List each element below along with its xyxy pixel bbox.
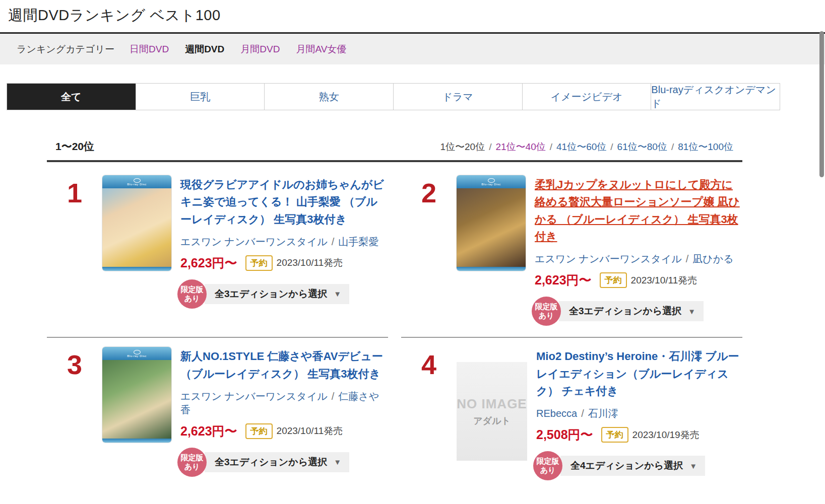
category-label: ランキングカテゴリー: [17, 43, 114, 56]
page-link-61-80[interactable]: 61位〜80位: [617, 141, 667, 152]
item-info: 現役グラビアアイドルのお姉ちゃんがビキニ姿で迫ってくる！ 山手梨愛 （ブルーレイ…: [180, 175, 388, 326]
item-info: Mio2 Destiny’s Heroine・石川澪 ブルーレイエディション（ブ…: [536, 347, 742, 480]
maker-row: エスワン ナンバーワンスタイル/仁藤さや香: [180, 390, 388, 417]
item-info: 新人NO.1STYLE 仁藤さや香AVデビュー （ブルーレイディスク） 生写真3…: [180, 347, 388, 480]
tab-busty[interactable]: 巨乳: [136, 84, 265, 110]
edition-select-dropdown[interactable]: 全3エディションから選択 ▼: [559, 301, 704, 321]
cover-image[interactable]: Blu-ray Disc: [102, 347, 171, 443]
maker-link[interactable]: エスワン ナンバーワンスタイル: [535, 253, 682, 264]
tab-image-video[interactable]: イメージビデオ: [522, 84, 651, 110]
tab-bluray-on-demand[interactable]: Blu-rayディスクオンデマンド: [651, 84, 780, 110]
ranking-list-header: 1〜20位 1位〜20位/21位〜40位/41位〜60位/61位〜80位/81位…: [47, 139, 742, 162]
price-row: 2,623円〜 予約 2023/10/11発売: [180, 423, 388, 440]
price-row: 2,623円〜 予約 2023/10/11発売: [180, 255, 388, 271]
release-date: 2023/10/11発売: [631, 274, 697, 287]
category-link-weekly-dvd: 週間DVD: [185, 43, 224, 56]
page-link-81-100[interactable]: 81位〜100位: [678, 141, 733, 152]
cover-photo-placeholder: [457, 188, 526, 267]
ranking-grid: 1 Blu-ray Disc 現役グラビアアイドルのお姉ちゃんがビキニ姿で迫って…: [47, 162, 742, 491]
category-link-monthly-av-actress[interactable]: 月間AV女優: [296, 43, 346, 56]
edition-row: 限定版 あり 全3エディションから選択 ▼: [535, 297, 742, 326]
item-title-link[interactable]: 柔乳Jカップをヌルットロにして殿方に絡める贅沢大量ローションソープ嬢 凪ひかる …: [535, 176, 742, 245]
maker-row: REbecca/石川澪: [536, 407, 742, 420]
release-date: 2023/10/11発売: [277, 424, 343, 438]
genre-tab-bar: 全て 巨乳 熟女 ドラマ イメージビデオ Blu-rayディスクオンデマンド: [7, 83, 780, 110]
release-date: 2023/10/19発売: [632, 428, 700, 442]
limited-edition-badge: 限定版 あり: [532, 297, 561, 326]
ranking-item-1: 1 Blu-ray Disc 現役グラビアアイドルのお姉ちゃんがビキニ姿で迫って…: [47, 175, 388, 337]
ranking-category-bar: ランキングカテゴリー 日間DVD 週間DVD 月間DVD 月間AV女優: [0, 32, 825, 64]
chevron-down-icon: ▼: [334, 458, 341, 466]
maker-link[interactable]: REbecca: [536, 408, 577, 419]
item-info: 柔乳Jカップをヌルットロにして殿方に絡める贅沢大量ローションソープ嬢 凪ひかる …: [535, 175, 742, 326]
maker-row: エスワン ナンバーワンスタイル/凪ひかる: [535, 252, 742, 266]
release-date: 2023/10/11発売: [277, 256, 343, 269]
performer-link[interactable]: 石川澪: [588, 408, 618, 419]
pagination-separator: /: [550, 141, 552, 152]
vertical-scrollbar[interactable]: [819, 31, 824, 177]
pagination-separator: /: [489, 141, 491, 152]
page-link-41-60[interactable]: 41位〜60位: [556, 141, 606, 152]
limited-edition-badge: 限定版 あり: [533, 451, 562, 480]
edition-select-dropdown[interactable]: 全4エディションから選択 ▼: [560, 456, 705, 476]
maker-separator: /: [332, 236, 335, 247]
bluray-logo-band: Blu-ray Disc: [102, 347, 171, 360]
edition-row: 限定版 あり 全4エディションから選択 ▼: [536, 451, 742, 480]
cover-photo-placeholder: [102, 188, 171, 267]
ranking-item-3: 3 Blu-ray Disc 新人NO.1STYLE 仁藤さや香AVデビュー （…: [47, 337, 388, 491]
rank-number: 2: [401, 175, 457, 326]
item-title-link[interactable]: 新人NO.1STYLE 仁藤さや香AVデビュー （ブルーレイディスク） 生写真3…: [180, 348, 388, 383]
bluray-case-edge: [102, 267, 171, 271]
cover-photo-placeholder: [102, 360, 171, 439]
page-title: 週間DVDランキング ベスト100: [0, 0, 825, 32]
item-title-link[interactable]: Mio2 Destiny’s Heroine・石川澪 ブルーレイエディション（ブ…: [536, 348, 742, 400]
price: 2,623円〜: [180, 423, 237, 440]
edition-select-dropdown[interactable]: 全3エディションから選択 ▼: [205, 284, 349, 304]
maker-row: エスワン ナンバーワンスタイル/山手梨愛: [180, 235, 388, 249]
page-link-1-20: 1位〜20位: [440, 141, 485, 152]
item-title-link[interactable]: 現役グラビアアイドルのお姉ちゃんがビキニ姿で迫ってくる！ 山手梨愛 （ブルーレイ…: [180, 176, 388, 228]
bluray-disc-icon: [134, 350, 141, 354]
price: 2,623円〜: [180, 255, 237, 271]
limited-edition-badge: 限定版 あり: [177, 448, 207, 477]
edition-select-dropdown[interactable]: 全3エディションから選択 ▼: [205, 452, 349, 472]
no-image-placeholder: NO IMAGE アダルト: [457, 362, 527, 461]
price-row: 2,508円〜 予約 2023/10/19発売: [536, 426, 742, 443]
bluray-disc-icon: [488, 178, 495, 183]
pagination-separator: /: [610, 141, 613, 152]
price: 2,623円〜: [535, 272, 592, 289]
cover-image[interactable]: Blu-ray Disc: [457, 175, 526, 271]
ranking-item-4: 4 NO IMAGE アダルト Mio2 Destiny’s Heroine・石…: [401, 337, 742, 491]
ranking-list-section: 1〜20位 1位〜20位/21位〜40位/41位〜60位/61位〜80位/81位…: [47, 139, 742, 491]
maker-link[interactable]: エスワン ナンバーワンスタイル: [180, 236, 328, 247]
maker-separator: /: [686, 253, 689, 264]
maker-link[interactable]: エスワン ナンバーワンスタイル: [180, 391, 328, 402]
preorder-badge: 予約: [601, 427, 628, 443]
chevron-down-icon: ▼: [688, 307, 695, 316]
category-link-monthly-dvd[interactable]: 月間DVD: [240, 43, 280, 56]
maker-separator: /: [581, 408, 584, 419]
price: 2,508円〜: [536, 426, 593, 443]
current-range-label: 1〜20位: [55, 139, 94, 154]
chevron-down-icon: ▼: [689, 462, 697, 470]
cover-image[interactable]: Blu-ray Disc: [102, 175, 171, 271]
rank-number: 1: [47, 175, 102, 326]
bluray-case-edge: [102, 439, 171, 443]
chevron-down-icon: ▼: [334, 290, 341, 298]
preorder-badge: 予約: [600, 272, 627, 288]
performer-link[interactable]: 山手梨愛: [338, 236, 378, 247]
tab-drama[interactable]: ドラマ: [393, 84, 522, 110]
rank-number: 4: [401, 347, 457, 480]
maker-separator: /: [332, 391, 335, 402]
bluray-disc-icon: [134, 178, 141, 183]
tab-mature[interactable]: 熟女: [264, 84, 393, 110]
edition-row: 限定版 あり 全3エディションから選択 ▼: [180, 448, 388, 477]
limited-edition-badge: 限定版 あり: [177, 279, 207, 309]
page-link-21-40[interactable]: 21位〜40位: [495, 141, 545, 152]
preorder-badge: 予約: [245, 423, 273, 439]
bluray-logo-band: Blu-ray Disc: [102, 175, 171, 188]
category-link-daily-dvd[interactable]: 日間DVD: [130, 43, 169, 56]
preorder-badge: 予約: [245, 255, 273, 271]
performer-link[interactable]: 凪ひかる: [692, 253, 733, 264]
tab-all[interactable]: 全て: [7, 84, 136, 110]
